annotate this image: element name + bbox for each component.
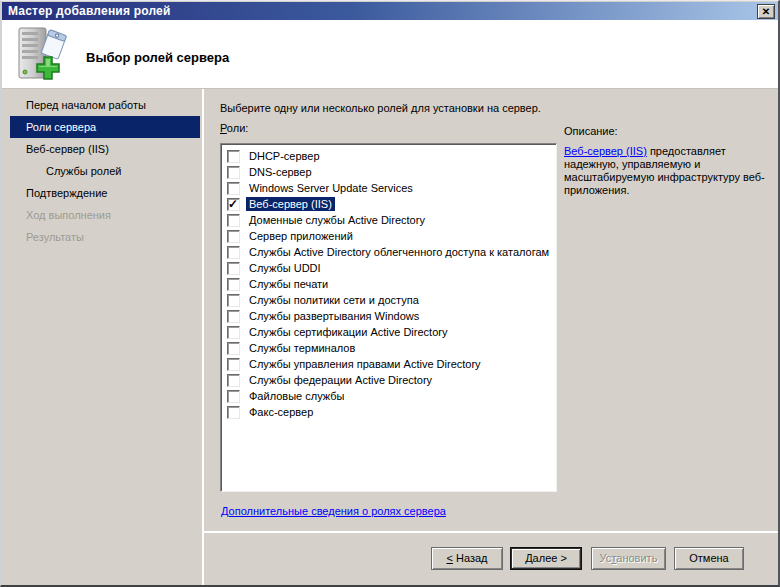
instruction-text: Выберите одну или несколько ролей для ус… — [220, 102, 541, 114]
role-label[interactable]: Службы федерации Active Directory — [246, 373, 435, 387]
sidebar-item-before-you-begin: Перед началом работы — [2, 94, 202, 116]
role-label[interactable]: DHCP-сервер — [246, 149, 323, 163]
role-row[interactable]: Файловые службы — [225, 388, 554, 404]
role-row[interactable]: Службы терминалов — [225, 340, 554, 356]
role-label[interactable]: DNS-сервер — [246, 165, 315, 179]
role-row[interactable]: Службы политики сети и доступа — [225, 292, 554, 308]
description-heading: Описание: — [564, 125, 771, 138]
checkbox-unchecked[interactable] — [227, 182, 240, 195]
role-row[interactable]: DNS-сервер — [225, 164, 554, 180]
role-row[interactable]: Windows Server Update Services — [225, 180, 554, 196]
role-row-selected[interactable]: ✓Веб-сервер (IIS) — [225, 196, 554, 212]
role-row[interactable]: Доменные службы Active Directory — [225, 212, 554, 228]
role-label[interactable]: Службы управления правами Active Directo… — [246, 357, 484, 371]
role-label[interactable]: Windows Server Update Services — [246, 181, 416, 195]
role-row[interactable]: Факс-сервер — [225, 404, 554, 420]
role-label[interactable]: Службы UDDI — [246, 261, 324, 275]
role-row[interactable]: Службы UDDI — [225, 260, 554, 276]
roles-listbox: DHCP-сервер DNS-сервер Windows Server Up… — [220, 143, 557, 492]
titlebar: Мастер добавления ролей ✕ — [2, 2, 778, 20]
checkbox-unchecked[interactable] — [227, 214, 240, 227]
wizard-steps-sidebar: Перед началом работы Роли сервера Веб-се… — [2, 89, 204, 586]
role-row[interactable]: Службы сертификации Active Directory — [225, 324, 554, 340]
role-label[interactable]: Службы печати — [246, 277, 331, 291]
role-row[interactable]: Службы федерации Active Directory — [225, 372, 554, 388]
sidebar-item-server-roles: Роли сервера — [10, 116, 200, 138]
role-label[interactable]: Файловые службы — [246, 389, 347, 403]
checkbox-unchecked[interactable] — [227, 326, 240, 339]
checkbox-checked[interactable]: ✓ — [227, 198, 240, 211]
role-label[interactable]: Факс-сервер — [246, 405, 316, 419]
checkbox-unchecked[interactable] — [227, 310, 240, 323]
role-label[interactable]: Службы сертификации Active Directory — [246, 325, 450, 339]
checkbox-unchecked[interactable] — [227, 246, 240, 259]
page-title: Выбор ролей сервера — [86, 50, 229, 65]
checkbox-unchecked[interactable] — [227, 150, 240, 163]
server-add-roles-icon — [14, 26, 70, 88]
role-row[interactable]: Службы Active Directory облегченного дос… — [225, 244, 554, 260]
role-row[interactable]: Службы управления правами Active Directo… — [225, 356, 554, 372]
roles-list-label: Роли: — [220, 122, 248, 134]
checkbox-unchecked[interactable] — [227, 278, 240, 291]
web-server-iis-link[interactable]: Веб-сервер (IIS) — [564, 145, 647, 157]
description-panel: Описание: Веб-сервер (IIS) предоставляет… — [564, 125, 771, 197]
install-button-disabled: Установить — [591, 547, 666, 570]
role-label[interactable]: Доменные службы Active Directory — [246, 213, 428, 227]
role-label[interactable]: Веб-сервер (IIS) — [246, 197, 335, 211]
checkbox-unchecked[interactable] — [227, 390, 240, 403]
window-title: Мастер добавления ролей — [8, 4, 171, 18]
checkbox-unchecked[interactable] — [227, 358, 240, 371]
checkbox-unchecked[interactable] — [227, 294, 240, 307]
checkbox-unchecked[interactable] — [227, 166, 240, 179]
cancel-button[interactable]: Отмена — [674, 547, 744, 570]
button-separator — [204, 531, 778, 533]
role-label[interactable]: Службы терминалов — [246, 341, 358, 355]
checkbox-unchecked[interactable] — [227, 406, 240, 419]
sidebar-item-results: Результаты — [2, 226, 202, 248]
description-text: Веб-сервер (IIS) предоставляет надежную,… — [564, 145, 771, 197]
add-roles-wizard-window: Мастер добавления ролей ✕ — [0, 0, 780, 587]
role-label[interactable]: Службы развертывания Windows — [246, 309, 422, 323]
wizard-content: Выберите одну или несколько ролей для ус… — [204, 89, 778, 586]
checkbox-unchecked[interactable] — [227, 230, 240, 243]
role-label[interactable]: Службы Active Directory облегченного дос… — [246, 245, 552, 259]
checkbox-unchecked[interactable] — [227, 374, 240, 387]
wizard-header: Выбор ролей сервера — [2, 20, 778, 89]
role-row[interactable]: DHCP-сервер — [225, 148, 554, 164]
role-label[interactable]: Сервер приложений — [246, 229, 356, 243]
check-icon: ✓ — [228, 196, 238, 212]
role-row[interactable]: Службы печати — [225, 276, 554, 292]
sidebar-item-progress: Ход выполнения — [2, 204, 202, 226]
more-info-link[interactable]: Дополнительные сведения о ролях сервера — [221, 505, 446, 517]
sidebar-item-web-server-iis: Веб-сервер (IIS) — [2, 138, 202, 160]
role-label[interactable]: Службы политики сети и доступа — [246, 293, 422, 307]
back-button[interactable]: < Назад — [431, 547, 503, 570]
role-row[interactable]: Службы развертывания Windows — [225, 308, 554, 324]
next-button[interactable]: Далее > — [510, 547, 582, 570]
sidebar-item-confirmation: Подтверждение — [2, 182, 202, 204]
checkbox-unchecked[interactable] — [227, 262, 240, 275]
sidebar-item-role-services: Службы ролей — [2, 160, 202, 182]
close-icon[interactable]: ✕ — [757, 4, 775, 19]
checkbox-unchecked[interactable] — [227, 342, 240, 355]
role-row[interactable]: Сервер приложений — [225, 228, 554, 244]
